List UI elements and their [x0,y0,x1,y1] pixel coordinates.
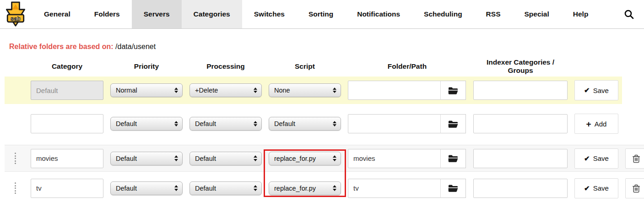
indexer-categories-input-tv[interactable] [473,179,568,198]
folder-icon [448,184,458,192]
select-arrows-icon [174,185,178,191]
processing-value: Default [195,185,216,192]
tab-help[interactable]: Help [561,0,601,28]
browse-folder-button[interactable] [440,81,466,100]
browse-folder-button[interactable] [440,114,466,133]
tab-categories[interactable]: Categories [182,0,242,28]
plus-icon: + [586,120,591,128]
folder-icon [448,87,458,94]
indexer-categories-input-new[interactable] [473,114,568,133]
priority-value: Default [116,155,137,162]
delete-category-button-movies[interactable] [625,148,644,169]
save-label: Save [593,154,609,162]
script-value: Default [274,120,295,127]
select-arrows-icon [254,155,257,161]
select-arrows-icon [254,121,257,127]
select-arrows-icon [174,155,178,161]
save-label: Save [593,184,609,192]
categories-table: Category Priority Processing Script Fold… [5,58,644,201]
folder-icon [448,120,458,128]
priority-value: Default [116,185,137,192]
drag-handle[interactable] [12,182,18,194]
indexer-categories-input-movies[interactable] [473,149,568,168]
header-indexer-categories: Indexer Categories / Groups [473,58,568,75]
category-input-movies[interactable] [31,149,103,168]
category-input-tv[interactable] [31,179,103,198]
priority-select-movies[interactable]: Default [110,152,183,165]
categories-page: Relative folders are based on: /data/use… [0,29,644,201]
processing-select-movies[interactable]: Default [189,152,262,165]
tab-scheduling[interactable]: Scheduling [412,0,474,28]
table-row-default: Normal +Delete None [5,77,622,104]
add-button[interactable]: + Add [574,114,618,134]
header-processing: Processing [189,62,262,71]
check-icon: ✔ [584,86,590,94]
folder-path-group [348,81,466,100]
tab-notifications[interactable]: Notifications [345,0,412,28]
select-arrows-icon [254,185,257,191]
priority-select-default[interactable]: Normal [110,83,183,97]
select-arrows-icon [174,88,178,93]
tab-special[interactable]: Special [512,0,561,28]
script-select-movies[interactable]: replace_for.py [269,152,341,165]
search-button[interactable] [614,0,644,28]
table-header-row: Category Priority Processing Script Fold… [5,58,644,74]
drag-handle[interactable] [12,153,18,164]
sab-logo-icon: sab [3,1,28,27]
save-button-tv[interactable]: ✔ Save [574,178,618,198]
save-label: Save [593,87,609,94]
header-priority: Priority [110,62,183,71]
check-icon: ✔ [584,154,590,163]
script-value: replace_for.py [274,155,316,162]
tab-folders[interactable]: Folders [82,0,132,28]
processing-select-tv[interactable]: Default [189,181,262,195]
script-select-tv[interactable]: replace_for.py [269,181,341,195]
nav-tabs: General Folders Servers Categories Switc… [32,0,644,28]
folder-path-group [348,149,466,168]
folder-icon [448,154,458,162]
folder-path-input-new[interactable] [348,114,441,133]
priority-value: Normal [116,87,137,94]
select-arrows-icon [333,88,336,93]
header-folder-path: Folder/Path [348,62,466,71]
folder-path-group [348,179,466,198]
save-button-movies[interactable]: ✔ Save [574,148,618,169]
folder-path-input-default[interactable] [348,81,441,100]
folder-path-input-tv[interactable] [348,179,441,198]
sabnzbd-logo[interactable]: sab [0,0,32,28]
script-value: None [274,87,290,94]
table-row-tv: Default Default replace_for.py [5,176,644,201]
script-select-new[interactable]: Default [269,117,341,131]
select-arrows-icon [174,121,178,127]
browse-folder-button[interactable] [440,179,466,198]
note-path-value: /data/usenet [114,43,156,50]
processing-value: +Delete [195,87,218,94]
script-value: replace_for.py [274,185,316,192]
trash-icon [632,184,640,193]
tab-general[interactable]: General [32,0,82,28]
tab-switches[interactable]: Switches [242,0,297,28]
processing-select-default[interactable]: +Delete [189,83,262,97]
tab-servers[interactable]: Servers [132,0,182,28]
relative-folders-note: Relative folders are based on: /data/use… [9,43,644,51]
priority-select-new[interactable]: Default [110,117,183,131]
category-input-default [31,81,103,100]
priority-value: Default [116,120,137,127]
svg-text:sab: sab [11,15,21,22]
note-label: Relative folders are based on: [9,43,114,50]
delete-category-button-tv[interactable] [625,178,644,198]
folder-path-input-movies[interactable] [348,149,441,168]
header-script: Script [269,62,341,71]
tab-rss[interactable]: RSS [474,0,513,28]
save-button-default[interactable]: ✔ Save [574,80,618,100]
priority-select-tv[interactable]: Default [110,181,183,195]
top-nav: sab General Folders Servers Categories S… [0,0,644,29]
indexer-categories-input-default[interactable] [473,81,568,100]
category-input-new[interactable] [31,114,103,133]
processing-value: Default [195,120,216,127]
header-category: Category [31,62,103,71]
tab-sorting[interactable]: Sorting [297,0,345,28]
processing-select-new[interactable]: Default [189,117,262,131]
browse-folder-button[interactable] [440,149,466,168]
script-select-default[interactable]: None [269,83,341,97]
